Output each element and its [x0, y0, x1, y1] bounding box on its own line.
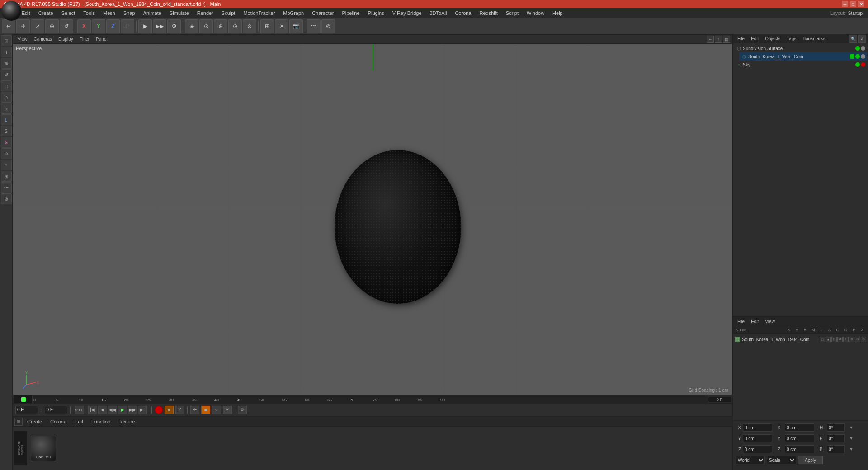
transport-play-backward[interactable]: ◀◀ — [108, 406, 117, 414]
tool-extra1[interactable]: ⊚ — [1, 193, 12, 204]
om-tool-settings[interactable]: ⚙ — [858, 35, 866, 43]
toolbar-material-manager[interactable]: ⊞ — [260, 19, 274, 33]
toolbar-render-active[interactable]: ▶▶ — [153, 19, 166, 33]
transport-to-start[interactable]: |◀ — [88, 406, 97, 414]
toolbar-y-axis[interactable]: Y — [92, 19, 105, 33]
toolbar-z-axis[interactable]: Z — [106, 19, 120, 33]
menu-window[interactable]: Window — [523, 9, 548, 17]
transport-record[interactable] — [155, 406, 163, 414]
timeline-ruler[interactable]: 0 5 10 15 20 25 30 35 40 45 50 55 60 65 — [33, 395, 708, 403]
menu-pipeline[interactable]: Pipeline — [338, 9, 363, 17]
coord-world-select[interactable]: World — [736, 456, 765, 464]
om-menu-tags[interactable]: Tags — [784, 36, 799, 42]
transport-keyframe1[interactable]: ✛ — [190, 406, 199, 414]
current-frame-input[interactable] — [15, 406, 38, 414]
vp-menu-filter[interactable]: Filter — [77, 36, 92, 42]
om-item-sky[interactable]: ○ Sky — [734, 61, 867, 69]
mat-menu-create[interactable]: Create — [24, 418, 46, 425]
menu-create[interactable]: Create — [35, 9, 57, 17]
menu-sculpt[interactable]: Sculpt — [218, 9, 239, 17]
menu-vray[interactable]: V-Ray Bridge — [389, 9, 425, 17]
menu-mograph[interactable]: MoGraph — [279, 9, 307, 17]
tool-object[interactable]: ◻ — [1, 80, 12, 91]
tool-selection[interactable]: ⊡ — [1, 35, 12, 46]
close-button[interactable]: ✕ — [858, 1, 864, 7]
menu-simulate[interactable]: Simulate — [166, 9, 193, 17]
om-item-coin[interactable]: ⬡ South_Korea_1_Won_Coin — [739, 52, 867, 61]
toolbar-snap[interactable]: □ — [121, 19, 134, 33]
coord-z-pos[interactable] — [743, 445, 772, 453]
from-frame-input[interactable] — [45, 406, 67, 414]
apply-button[interactable]: Apply — [798, 456, 823, 464]
transport-next-frame[interactable]: ▶▶ — [128, 406, 137, 414]
om-menu-edit[interactable]: Edit — [748, 36, 761, 42]
tool-deform[interactable]: 〜 — [1, 182, 12, 193]
attr-menu-file[interactable]: File — [735, 319, 747, 324]
tool-sculpt[interactable]: S — [1, 137, 12, 148]
toolbar-camera[interactable]: 📷 — [289, 19, 303, 33]
menu-help[interactable]: Help — [549, 9, 566, 17]
tool-polygon[interactable]: ◇ — [1, 92, 12, 103]
transport-keyframe-p[interactable]: P — [223, 406, 232, 414]
coord-b-val[interactable] — [827, 445, 845, 453]
tool-move[interactable]: ✛ — [1, 47, 12, 57]
menu-plugins[interactable]: Plugins — [364, 9, 388, 17]
transport-question[interactable]: ? — [175, 406, 184, 414]
coord-x-pos[interactable] — [743, 423, 772, 432]
menu-character[interactable]: Character — [308, 9, 337, 17]
toolbar-scale[interactable]: ⊕ — [45, 19, 59, 33]
tool-paint[interactable]: ⊘ — [1, 148, 12, 159]
coord-h-val[interactable] — [827, 423, 845, 432]
toolbar-deformer[interactable]: 〜 — [307, 19, 321, 33]
coord-z-rot[interactable] — [785, 445, 814, 453]
toolbar-rotate[interactable]: ↺ — [60, 19, 73, 33]
tool-layer[interactable]: ≡ — [1, 160, 12, 170]
om-tool-search[interactable]: 🔍 — [849, 35, 857, 43]
vp-ctrl-view-up[interactable]: ↑ — [715, 36, 722, 43]
toolbar-light[interactable]: ☀ — [275, 19, 288, 33]
coord-y-rot[interactable] — [785, 434, 814, 442]
toolbar-move[interactable]: ↗ — [31, 19, 44, 33]
tool-edge[interactable]: ▷ — [1, 103, 12, 114]
menu-render[interactable]: Render — [193, 9, 217, 17]
attr-menu-edit[interactable]: Edit — [748, 319, 761, 324]
transport-to-end[interactable]: ▶| — [138, 406, 147, 414]
menu-corona[interactable]: Corona — [451, 9, 475, 17]
transport-play-forward[interactable]: ▶ — [118, 406, 127, 414]
om-menu-file[interactable]: File — [735, 36, 747, 42]
mat-menu-edit[interactable]: Edit — [71, 418, 87, 425]
mat-menu-function[interactable]: Function — [88, 418, 114, 425]
toolbar-edge-mode[interactable]: ⊙ — [228, 19, 242, 33]
material-thumbnail[interactable]: Coin_mu — [31, 436, 56, 461]
coord-y-pos[interactable] — [743, 434, 772, 442]
vp-menu-panel[interactable]: Panel — [93, 36, 110, 42]
coord-z-arrow[interactable]: ▼ — [847, 447, 856, 451]
tool-grid[interactable]: ⊞ — [1, 171, 12, 182]
coord-scale-select[interactable]: Scale — [767, 456, 796, 464]
vp-menu-view[interactable]: View — [15, 36, 30, 42]
menu-select[interactable]: Select — [58, 9, 79, 17]
tool-scale[interactable]: ⊕ — [1, 58, 12, 69]
toolbar-x-axis[interactable]: X — [77, 19, 91, 33]
vp-ctrl-lock[interactable]: ▤ — [723, 36, 730, 43]
transport-extra[interactable]: ⚙ — [238, 406, 247, 414]
menu-motiontracker[interactable]: MotionTracker — [240, 9, 278, 17]
transport-keyframe2[interactable]: ■ — [201, 406, 210, 414]
coord-y-arrow[interactable]: ▼ — [847, 436, 856, 441]
toolbar-render-view[interactable]: ▶ — [138, 19, 152, 33]
toolbar-object-mode[interactable]: ⊕ — [214, 19, 227, 33]
om-item-subdivision[interactable]: ⬡ Subdivision Surface — [734, 44, 867, 52]
vp-ctrl-expand[interactable]: ↔ — [707, 36, 714, 43]
toolbar-poly-mode[interactable]: ⊙ — [243, 19, 256, 33]
menu-snap[interactable]: Snap — [120, 9, 139, 17]
attr-menu-view[interactable]: View — [762, 319, 778, 324]
om-menu-objects[interactable]: Objects — [762, 36, 783, 42]
menu-tools[interactable]: Tools — [80, 9, 99, 17]
transport-prev-frame[interactable]: ◀ — [98, 406, 107, 414]
toolbar-render-settings[interactable]: ⚙ — [167, 19, 181, 33]
menu-3dtoall[interactable]: 3DToAll — [426, 9, 451, 17]
tool-rotate[interactable]: ↺ — [1, 69, 12, 80]
viewport[interactable]: Perspective Grid Spacing : 1 cm X Y Z — [13, 44, 732, 395]
menu-animate[interactable]: Animate — [140, 9, 165, 17]
minimize-button[interactable]: ─ — [842, 1, 848, 7]
